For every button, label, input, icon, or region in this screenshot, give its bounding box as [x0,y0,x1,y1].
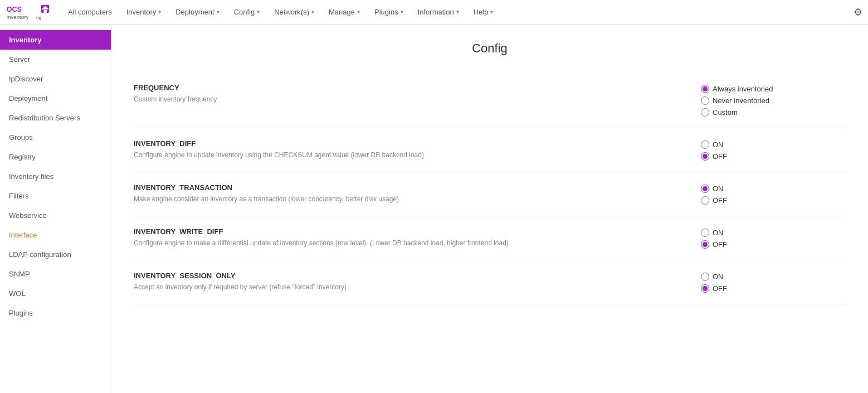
sidebar: Inventory Server IpDiscover Deployment R… [0,25,111,393]
caret-icon: ▾ [257,9,260,15]
config-key: FREQUENCY [134,84,690,92]
svg-text:OCS: OCS [7,6,22,13]
config-left: INVENTORY_SESSION_ONLYAccept an inventor… [134,271,701,291]
radio-option[interactable]: ON [701,229,846,237]
brand-logo[interactable]: OCS inventory ng [6,2,50,22]
svg-rect-6 [43,9,46,12]
sidebar-item-registry[interactable]: Registry [0,147,111,167]
sidebar-item-snmp[interactable]: SNMP [0,264,111,284]
nav-manage[interactable]: Manage ▾ [322,4,367,20]
config-left: INVENTORY_WRITE_DIFFConfigure engine to … [134,227,701,247]
sidebar-item-groups[interactable]: Groups [0,128,111,147]
radio-option[interactable]: ON [701,185,846,193]
sidebar-item-inventory[interactable]: Inventory [0,30,111,50]
svg-text:ng: ng [36,14,41,20]
sidebar-item-wol[interactable]: WOL [0,284,111,303]
sidebar-item-server[interactable]: Server [0,50,111,69]
config-desc: Configure engine to make a differential … [134,239,690,247]
config-key: INVENTORY_SESSION_ONLY [134,271,690,280]
config-row: INVENTORY_TRANSACTIONMake engine conside… [134,172,846,216]
sidebar-item-ldap[interactable]: LDAP configuration [0,245,111,264]
radio-option[interactable]: Custom [701,108,846,117]
sidebar-item-ipdiscover[interactable]: IpDiscover [0,69,111,89]
caret-icon: ▾ [357,9,360,15]
sidebar-item-redistribution-servers[interactable]: Redistribution Servers [0,108,111,128]
radio-input[interactable] [701,273,709,281]
radio-label: Always inventoried [713,85,773,93]
radio-label: ON [713,229,724,237]
radio-input[interactable] [701,196,709,205]
radio-label: ON [713,273,724,281]
sidebar-item-plugins[interactable]: Plugins [0,303,111,323]
radio-label: OFF [713,284,727,293]
radio-input[interactable] [701,229,709,237]
config-options: ONOFF [701,139,846,161]
caret-icon: ▾ [158,9,161,15]
radio-option[interactable]: Always inventoried [701,85,846,93]
radio-option[interactable]: Never inventoried [701,96,846,105]
nav-config[interactable]: Config ▾ [227,4,267,20]
sidebar-item-filters[interactable]: Filters [0,186,111,206]
sidebar-item-webservice[interactable]: Webservice [0,206,111,225]
config-left: INVENTORY_TRANSACTIONMake engine conside… [134,183,701,203]
radio-input[interactable] [701,140,709,149]
nav-plugins[interactable]: Plugins ▾ [368,4,410,20]
radio-label: ON [713,185,724,193]
nav-networks[interactable]: Network(s) ▾ [267,4,321,20]
radio-option[interactable]: ON [701,273,846,281]
nav-all-computers[interactable]: All computers [61,4,119,20]
config-row: FREQUENCYCustom inventory frequencyAlway… [134,72,846,128]
config-row: INVENTORY_DIFFConfigure engine to update… [134,128,846,172]
nav-deployment[interactable]: Deployment ▾ [169,4,226,20]
layout: Inventory Server IpDiscover Deployment R… [0,25,868,393]
radio-label: OFF [713,196,727,205]
radio-input[interactable] [701,152,709,161]
nav-information[interactable]: Information ▾ [411,4,466,20]
radio-input[interactable] [701,284,709,293]
sidebar-item-deployment[interactable]: Deployment [0,89,111,108]
sidebar-item-interface[interactable]: Interface [0,225,111,245]
nav-inventory[interactable]: Inventory ▾ [120,4,168,20]
config-desc: Accept an inventory only if required by … [134,283,690,291]
navbar: OCS inventory ng All computers Inventory… [0,0,868,25]
config-options: ONOFF [701,227,846,249]
caret-icon: ▾ [311,9,314,15]
config-desc: Custom inventory frequency [134,95,690,103]
config-options: ONOFF [701,183,846,205]
config-key: INVENTORY_TRANSACTION [134,183,690,192]
page-title: Config [134,41,846,56]
config-desc: Configure engine to update inventory usi… [134,151,690,159]
radio-label: Never inventoried [713,96,769,105]
radio-label: OFF [713,240,727,249]
caret-icon: ▾ [401,9,403,15]
radio-input[interactable] [701,85,709,93]
main-content: Config FREQUENCYCustom inventory frequen… [111,25,868,393]
radio-label: Custom [713,108,738,117]
svg-text:inventory: inventory [7,13,29,20]
settings-icon[interactable]: ⚙ [854,7,862,18]
sidebar-item-inventory-files[interactable]: Inventory files [0,167,111,186]
config-left: FREQUENCYCustom inventory frequency [134,84,701,103]
config-key: INVENTORY_DIFF [134,139,690,148]
radio-input[interactable] [701,185,709,193]
config-container: FREQUENCYCustom inventory frequencyAlway… [134,72,846,304]
radio-input[interactable] [701,240,709,249]
config-row: INVENTORY_WRITE_DIFFConfigure engine to … [134,216,846,260]
radio-option[interactable]: ON [701,140,846,149]
caret-icon: ▾ [217,9,220,15]
nav-help[interactable]: Help ▾ [467,4,500,20]
nav-items: All computers Inventory ▾ Deployment ▾ C… [61,4,854,20]
radio-label: OFF [713,152,727,161]
radio-input[interactable] [701,108,709,117]
config-options: Always inventoriedNever inventoriedCusto… [701,84,846,117]
radio-input[interactable] [701,96,709,105]
config-options: ONOFF [701,271,846,293]
caret-icon: ▾ [490,9,493,15]
radio-option[interactable]: OFF [701,152,846,161]
config-key: INVENTORY_WRITE_DIFF [134,227,690,236]
config-left: INVENTORY_DIFFConfigure engine to update… [134,139,701,159]
radio-option[interactable]: OFF [701,196,846,205]
radio-option[interactable]: OFF [701,240,846,249]
radio-option[interactable]: OFF [701,284,846,293]
nav-right: ⚙ [854,6,862,18]
